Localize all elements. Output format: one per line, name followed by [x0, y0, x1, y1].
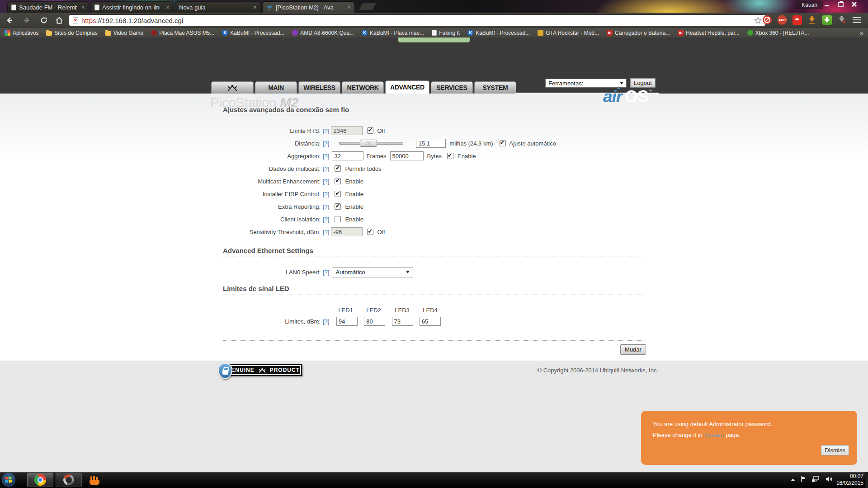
bookmark-amd[interactable]: AMD A8-6600K Qua... — [292, 30, 354, 36]
help-link[interactable]: [?] — [323, 127, 329, 134]
sensitivity-off-checkbox[interactable]: ✔ — [367, 229, 373, 235]
browser-tab-nova-guia[interactable]: Nova guia × — [175, 1, 261, 13]
address-bar[interactable]: https://192.168.1.20/advanced.cgi — [69, 14, 766, 26]
help-link[interactable]: [?] — [323, 229, 329, 235]
bookmark-kabum-2[interactable]: KKaBuM! - Placa mãe... — [362, 30, 424, 36]
led3-input[interactable] — [392, 317, 413, 326]
show-hidden-icons[interactable] — [791, 479, 795, 481]
bookmark-xbox[interactable]: Xbox 360 - [RELJTA... — [747, 30, 809, 36]
home-button[interactable] — [53, 15, 65, 25]
chrome-menu-icon[interactable] — [852, 15, 862, 25]
new-tab-button[interactable] — [359, 3, 376, 10]
bookmarks-overflow-chevron[interactable]: » — [860, 29, 863, 37]
tab-advanced[interactable]: ADVANCED — [385, 80, 429, 94]
adblock-plus-icon[interactable]: ABP — [777, 15, 787, 25]
bookmark-carregador[interactable]: BiCarregador e Bateria... — [607, 30, 670, 36]
led1-input[interactable] — [336, 317, 358, 326]
aggregation-bytes-input[interactable] — [390, 151, 424, 160]
action-center-flag-icon[interactable] — [801, 476, 806, 484]
rts-limit-input[interactable] — [331, 126, 363, 135]
wifi-favicon-icon — [266, 4, 273, 11]
close-window-button[interactable] — [847, 0, 866, 8]
close-icon[interactable]: × — [253, 4, 257, 10]
submit-button[interactable]: Mudar — [620, 344, 646, 355]
help-link[interactable]: [?] — [323, 318, 329, 325]
avira-icon[interactable]: ☂ — [792, 15, 802, 25]
profile-name[interactable]: Kauan — [796, 1, 823, 9]
bookmark-kabum-3[interactable]: KKaBuM! - Processad... — [467, 30, 530, 36]
logout-button[interactable]: Logout — [630, 78, 656, 88]
distance-input[interactable] — [416, 139, 446, 148]
bookmark-sites-de-compras[interactable]: Sites de Compras — [46, 30, 97, 36]
bookmark-gta[interactable]: GTA Rockstar - Mod... — [538, 30, 599, 36]
bookmark-aplicativos[interactable]: Aplicativos — [5, 30, 38, 36]
taskbar-chrome-button[interactable] — [27, 473, 53, 487]
help-link[interactable]: [?] — [323, 178, 329, 185]
start-button[interactable] — [2, 473, 15, 487]
restore-button[interactable] — [834, 0, 847, 8]
tab-wireless[interactable]: WIRELESS — [298, 81, 340, 94]
tab-main[interactable]: MAIN — [255, 81, 297, 94]
close-icon[interactable]: × — [347, 4, 351, 10]
tab-network[interactable]: NETWORK — [342, 81, 384, 94]
raptr-hand-icon[interactable] — [90, 480, 99, 485]
auto-adjust-checkbox[interactable]: ✔ — [500, 140, 506, 146]
help-link[interactable]: [?] — [323, 216, 329, 223]
back-button[interactable] — [4, 15, 15, 25]
help-link[interactable]: [?] — [323, 165, 329, 172]
aggregation-frames-input[interactable] — [332, 151, 363, 160]
forward-button[interactable] — [21, 15, 33, 25]
bi-favicon: Bi — [678, 30, 684, 36]
browser-tab-picostation[interactable]: [PicoStation M2] - Avança × — [262, 1, 355, 13]
tab-ubnt-logo[interactable] — [211, 81, 254, 94]
section-title-ethernet: Advanced Ethernet Settings — [223, 247, 646, 257]
client-isolation-checkbox[interactable] — [335, 216, 341, 222]
help-link[interactable]: [?] — [323, 203, 329, 210]
bookmark-faking-it[interactable]: Faking It — [432, 30, 460, 36]
taskbar-app-button[interactable] — [56, 473, 82, 487]
browser-tab-saudade[interactable]: Saudade FM - Relembre o × — [7, 1, 89, 13]
help-link[interactable]: [?] — [323, 191, 329, 197]
tab-system[interactable]: SYSTEM — [474, 81, 516, 94]
close-icon[interactable]: × — [166, 4, 170, 10]
bookmark-video-game[interactable]: Video Game — [105, 30, 144, 36]
dismiss-button[interactable]: Dismiss — [821, 445, 849, 455]
led4-input[interactable] — [420, 317, 441, 326]
rts-off-checkbox[interactable]: ✔ — [367, 127, 373, 134]
distance-slider[interactable]: /// — [339, 140, 403, 147]
main-nav: MAIN WIRELESS NETWORK ADVANCED SERVICES … — [211, 80, 516, 94]
reload-button[interactable] — [38, 15, 50, 25]
site-security-icon[interactable] — [73, 17, 78, 23]
bookmark-star-icon[interactable] — [754, 17, 762, 24]
page-icon — [94, 5, 99, 10]
led2-input[interactable] — [364, 317, 385, 326]
savefrom-icon[interactable] — [822, 15, 832, 25]
camera-blocker-icon[interactable] — [762, 15, 772, 25]
installer-eirp-checkbox[interactable]: ✔ — [335, 191, 341, 197]
aggregation-enable-checkbox[interactable]: ✔ — [447, 153, 453, 159]
sensitivity-threshold-input[interactable] — [331, 227, 363, 236]
disabled-download-icon[interactable] — [837, 15, 847, 25]
multicast-enhancement-checkbox[interactable]: ✔ — [335, 178, 341, 184]
help-link[interactable]: [?] — [323, 269, 329, 276]
extra-reporting-checkbox[interactable]: ✔ — [335, 203, 341, 210]
bookmark-placa-mae[interactable]: Placa Mãe ASUS M5... — [151, 30, 214, 36]
help-link[interactable]: [?] — [323, 153, 329, 160]
lan0-speed-select[interactable]: Automático — [332, 267, 413, 277]
help-link[interactable]: [?] — [323, 140, 329, 147]
volume-icon[interactable] — [825, 476, 833, 484]
taskbar-clock[interactable]: 00:07 16/02/2015 — [836, 473, 863, 487]
tools-dropdown[interactable]: Ferramentas: — [545, 79, 627, 88]
show-desktop-button[interactable] — [865, 472, 868, 488]
multicast-data-checkbox[interactable]: ✔ — [335, 165, 341, 172]
slider-handle[interactable]: /// — [360, 140, 377, 147]
bookmark-headset[interactable]: BiHeadset Reptile, par... — [678, 30, 740, 36]
tab-services[interactable]: SERVICES — [431, 81, 473, 94]
network-icon[interactable] — [811, 476, 820, 484]
browser-tab-assistir[interactable]: Assistir fingindo on-line × — [90, 1, 174, 13]
minimize-button[interactable] — [820, 0, 834, 8]
system-page-link[interactable]: System — [704, 432, 724, 438]
bookmark-kabum-1[interactable]: KKaBuM! - Processad... — [222, 30, 284, 36]
close-icon[interactable]: × — [81, 4, 85, 10]
download-helper-icon[interactable] — [807, 15, 817, 25]
